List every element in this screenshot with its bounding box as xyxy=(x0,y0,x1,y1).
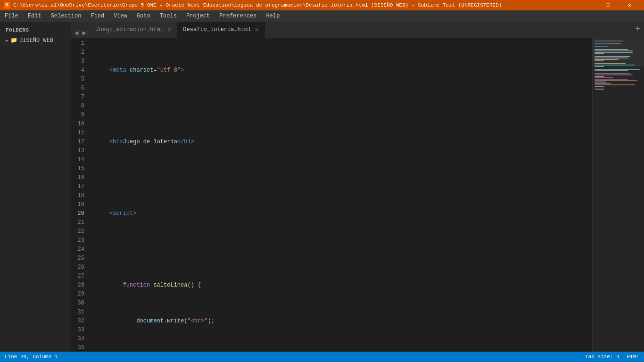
close-button[interactable]: ✕ xyxy=(619,0,640,10)
code-line-1: <meta charset="utf-8"> xyxy=(92,66,592,75)
title-bar-title: C:\Users\is_al\OneDrive\Escritorio\Grupo… xyxy=(13,2,502,8)
menu-file[interactable]: File xyxy=(0,10,23,22)
code-line-6 xyxy=(92,245,592,254)
status-language: HTML xyxy=(627,354,639,360)
tab-next-button[interactable]: ▶ xyxy=(80,28,88,38)
tab-prev-button[interactable]: ◀ xyxy=(73,28,80,38)
line-num-2: 2 xyxy=(71,48,88,57)
line-num-34: 34 xyxy=(71,335,88,344)
minimap-content xyxy=(593,38,644,92)
line-num-7: 7 xyxy=(71,93,88,102)
tab-add-button[interactable]: + xyxy=(631,22,644,38)
line-num-3: 3 xyxy=(71,57,88,66)
line-num-1: 1 xyxy=(71,39,88,48)
folder-label: DISEÑO WEB xyxy=(19,37,53,44)
line-num-16: 16 xyxy=(71,173,88,182)
folder-arrow-icon: ▶ xyxy=(6,38,8,43)
line-num-11: 11 xyxy=(71,129,88,138)
line-num-14: 14 xyxy=(71,156,88,165)
menu-selection[interactable]: Selection xyxy=(46,10,86,22)
line-num-5: 5 xyxy=(71,75,88,84)
code-line-5: <script> xyxy=(92,209,592,218)
line-num-33: 33 xyxy=(71,326,88,335)
menu-tools[interactable]: Tools xyxy=(155,10,182,22)
code-line-7: function saltoLinea() { xyxy=(92,281,592,290)
app-icon: S xyxy=(4,2,10,8)
line-num-32: 32 xyxy=(71,317,88,326)
tab-desafio-loteria[interactable]: Desafio_loteria.html ✕ xyxy=(177,22,264,38)
line-num-27: 27 xyxy=(71,272,88,281)
line-num-26: 26 xyxy=(71,263,88,272)
sidebar-header: FOLDERS xyxy=(0,25,71,35)
title-bar-left: S C:\Users\is_al\OneDrive\Escritorio\Gru… xyxy=(4,2,502,8)
title-bar: S C:\Users\is_al\OneDrive\Escritorio\Gru… xyxy=(0,0,644,10)
line-num-17: 17 xyxy=(71,182,88,191)
line-num-6: 6 xyxy=(71,84,88,93)
menu-help[interactable]: Help xyxy=(262,10,285,22)
tab-juego-adinacion-close[interactable]: ✕ xyxy=(167,26,171,33)
editor-area: ◀ ▶ Juego_adinacion.html ✕ Desafio_loter… xyxy=(71,22,644,352)
menu-preferences[interactable]: Preferences xyxy=(215,10,261,22)
menu-project[interactable]: Project xyxy=(182,10,215,22)
line-num-31: 31 xyxy=(71,308,88,317)
menu-edit[interactable]: Edit xyxy=(23,10,46,22)
line-num-23: 23 xyxy=(71,236,88,245)
code-line-3: <h1>Juego de lotería</h1> xyxy=(92,138,592,147)
minimap xyxy=(592,38,644,352)
menu-bar: File Edit Selection Find View Goto Tools… xyxy=(0,10,644,22)
title-bar-controls: — □ ✕ xyxy=(575,0,640,10)
menu-view[interactable]: View xyxy=(109,10,132,22)
line-num-22: 22 xyxy=(71,227,88,236)
tab-juego-adinacion-label: Juego_adinacion.html xyxy=(96,26,164,33)
status-tabsize: Tab Size: 4 xyxy=(585,354,619,360)
code-line-4 xyxy=(92,173,592,182)
line-num-30: 30 xyxy=(71,299,88,308)
line-num-8: 8 xyxy=(71,102,88,111)
code-line-2 xyxy=(92,102,592,111)
line-num-28: 28 xyxy=(71,281,88,290)
line-num-20: 20 xyxy=(71,209,88,218)
line-num-10: 10 xyxy=(71,120,88,129)
line-num-13: 13 xyxy=(71,147,88,156)
tab-desafio-loteria-close[interactable]: ✕ xyxy=(255,26,258,33)
tab-juego-adinacion[interactable]: Juego_adinacion.html ✕ xyxy=(90,22,177,38)
line-num-15: 15 xyxy=(71,165,88,173)
code-content[interactable]: <meta charset="utf-8"> <h1>Juego de lote… xyxy=(92,38,592,352)
line-num-24: 24 xyxy=(71,245,88,254)
line-num-18: 18 xyxy=(71,191,88,200)
line-num-4: 4 xyxy=(71,66,88,75)
code-line-8: document.write("<br>"); xyxy=(92,317,592,326)
line-num-25: 25 xyxy=(71,254,88,263)
tab-nav: ◀ ▶ xyxy=(71,28,90,38)
main-layout: FOLDERS ▶ 📁 DISEÑO WEB ◀ ▶ Juego_adinaci… xyxy=(0,22,644,352)
status-right: Tab Size: 4 HTML xyxy=(585,354,639,360)
line-num-21: 21 xyxy=(71,218,88,227)
maximize-button[interactable]: □ xyxy=(597,0,619,10)
code-editor: 1 2 3 4 5 6 7 8 9 10 11 12 13 14 15 16 1… xyxy=(71,38,644,352)
sidebar-folder[interactable]: ▶ 📁 DISEÑO WEB xyxy=(0,35,71,46)
menu-find[interactable]: Find xyxy=(86,10,109,22)
line-num-19: 19 xyxy=(71,200,88,209)
status-left: Line 20, Column 1 xyxy=(5,354,58,360)
minimize-button[interactable]: — xyxy=(575,0,597,10)
status-bar: Line 20, Column 1 Tab Size: 4 HTML xyxy=(0,352,644,362)
sidebar: FOLDERS ▶ 📁 DISEÑO WEB xyxy=(0,22,71,352)
tab-bar: ◀ ▶ Juego_adinacion.html ✕ Desafio_loter… xyxy=(71,22,644,38)
line-num-9: 9 xyxy=(71,111,88,120)
line-num-35: 35 xyxy=(71,344,88,352)
folder-icon: 📁 xyxy=(10,37,17,44)
line-num-12: 12 xyxy=(71,138,88,147)
tab-desafio-loteria-label: Desafio_loteria.html xyxy=(183,26,251,33)
menu-goto[interactable]: Goto xyxy=(132,10,155,22)
line-numbers: 1 2 3 4 5 6 7 8 9 10 11 12 13 14 15 16 1… xyxy=(71,38,92,352)
status-position: Line 20, Column 1 xyxy=(5,354,58,360)
line-num-29: 29 xyxy=(71,290,88,299)
